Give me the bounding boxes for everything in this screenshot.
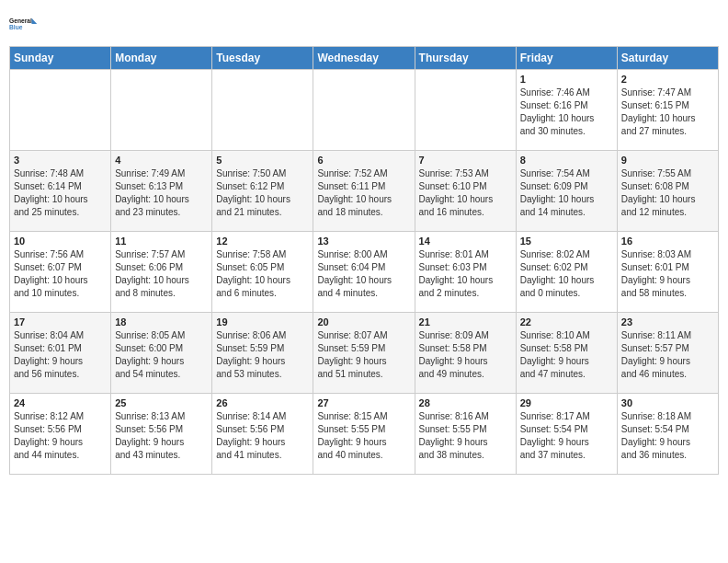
day-number: 17 <box>14 316 107 327</box>
calendar-cell: 17Sunrise: 8:04 AM Sunset: 6:01 PM Dayli… <box>10 313 111 394</box>
day-number: 9 <box>621 155 714 166</box>
calendar-cell: 22Sunrise: 8:10 AM Sunset: 5:58 PM Dayli… <box>516 313 617 394</box>
day-number: 13 <box>317 236 410 247</box>
day-info: Sunrise: 8:07 AM Sunset: 5:59 PM Dayligh… <box>317 329 410 381</box>
day-info: Sunrise: 8:03 AM Sunset: 6:01 PM Dayligh… <box>621 248 714 300</box>
calendar-cell <box>313 70 415 151</box>
day-number: 27 <box>317 397 410 408</box>
calendar-cell: 23Sunrise: 8:11 AM Sunset: 5:57 PM Dayli… <box>617 313 718 394</box>
day-number: 28 <box>419 397 512 408</box>
calendar-cell: 12Sunrise: 7:58 AM Sunset: 6:05 PM Dayli… <box>212 232 313 313</box>
calendar-week-0: 1Sunrise: 7:46 AM Sunset: 6:16 PM Daylig… <box>10 70 719 151</box>
day-number: 23 <box>621 316 714 327</box>
calendar-cell: 9Sunrise: 7:55 AM Sunset: 6:08 PM Daylig… <box>617 151 718 232</box>
page-header: GeneralBlue <box>9 9 719 39</box>
day-number: 6 <box>317 155 410 166</box>
day-info: Sunrise: 8:04 AM Sunset: 6:01 PM Dayligh… <box>14 329 107 381</box>
logo-icon: GeneralBlue <box>9 9 39 39</box>
weekday-header-tuesday: Tuesday <box>212 47 313 70</box>
calendar-cell <box>415 70 516 151</box>
day-number: 18 <box>115 316 208 327</box>
day-number: 11 <box>115 236 208 247</box>
day-number: 3 <box>14 155 107 166</box>
day-info: Sunrise: 8:12 AM Sunset: 5:56 PM Dayligh… <box>14 410 107 462</box>
weekday-header-sunday: Sunday <box>10 47 111 70</box>
weekday-header-saturday: Saturday <box>617 47 718 70</box>
day-number: 24 <box>14 397 107 408</box>
day-info: Sunrise: 8:18 AM Sunset: 5:54 PM Dayligh… <box>621 410 714 462</box>
day-number: 12 <box>216 236 309 247</box>
calendar-cell: 10Sunrise: 7:56 AM Sunset: 6:07 PM Dayli… <box>10 232 111 313</box>
calendar-cell: 24Sunrise: 8:12 AM Sunset: 5:56 PM Dayli… <box>10 394 111 475</box>
day-info: Sunrise: 7:48 AM Sunset: 6:14 PM Dayligh… <box>14 167 107 219</box>
day-info: Sunrise: 8:09 AM Sunset: 5:58 PM Dayligh… <box>419 329 512 381</box>
day-info: Sunrise: 8:16 AM Sunset: 5:55 PM Dayligh… <box>419 410 512 462</box>
calendar-cell: 26Sunrise: 8:14 AM Sunset: 5:56 PM Dayli… <box>212 394 313 475</box>
calendar-cell: 5Sunrise: 7:50 AM Sunset: 6:12 PM Daylig… <box>212 151 313 232</box>
day-info: Sunrise: 7:58 AM Sunset: 6:05 PM Dayligh… <box>216 248 309 300</box>
day-number: 7 <box>419 155 512 166</box>
calendar-cell: 16Sunrise: 8:03 AM Sunset: 6:01 PM Dayli… <box>617 232 718 313</box>
calendar-cell: 4Sunrise: 7:49 AM Sunset: 6:13 PM Daylig… <box>111 151 212 232</box>
svg-text:Blue: Blue <box>9 24 23 30</box>
calendar-cell: 27Sunrise: 8:15 AM Sunset: 5:55 PM Dayli… <box>313 394 415 475</box>
day-number: 4 <box>115 155 208 166</box>
day-info: Sunrise: 7:52 AM Sunset: 6:11 PM Dayligh… <box>317 167 410 219</box>
day-number: 20 <box>317 316 410 327</box>
calendar-header: SundayMondayTuesdayWednesdayThursdayFrid… <box>10 47 719 70</box>
day-number: 30 <box>621 397 714 408</box>
svg-text:General: General <box>9 17 32 24</box>
calendar-cell: 8Sunrise: 7:54 AM Sunset: 6:09 PM Daylig… <box>516 151 617 232</box>
day-info: Sunrise: 8:00 AM Sunset: 6:04 PM Dayligh… <box>317 248 410 300</box>
calendar-week-4: 24Sunrise: 8:12 AM Sunset: 5:56 PM Dayli… <box>10 394 719 475</box>
calendar-body: 1Sunrise: 7:46 AM Sunset: 6:16 PM Daylig… <box>10 70 719 475</box>
day-info: Sunrise: 8:02 AM Sunset: 6:02 PM Dayligh… <box>520 248 613 300</box>
day-info: Sunrise: 8:06 AM Sunset: 5:59 PM Dayligh… <box>216 329 309 381</box>
weekday-header-wednesday: Wednesday <box>313 47 415 70</box>
day-number: 1 <box>520 74 613 85</box>
calendar-cell: 11Sunrise: 7:57 AM Sunset: 6:06 PM Dayli… <box>111 232 212 313</box>
day-info: Sunrise: 7:49 AM Sunset: 6:13 PM Dayligh… <box>115 167 208 219</box>
day-number: 21 <box>419 316 512 327</box>
calendar-cell: 14Sunrise: 8:01 AM Sunset: 6:03 PM Dayli… <box>415 232 516 313</box>
calendar-cell <box>111 70 212 151</box>
day-number: 22 <box>520 316 613 327</box>
calendar-week-2: 10Sunrise: 7:56 AM Sunset: 6:07 PM Dayli… <box>10 232 719 313</box>
day-info: Sunrise: 7:55 AM Sunset: 6:08 PM Dayligh… <box>621 167 714 219</box>
day-info: Sunrise: 8:15 AM Sunset: 5:55 PM Dayligh… <box>317 410 410 462</box>
day-number: 10 <box>14 236 107 247</box>
day-number: 5 <box>216 155 309 166</box>
calendar-cell: 29Sunrise: 8:17 AM Sunset: 5:54 PM Dayli… <box>516 394 617 475</box>
calendar-cell: 21Sunrise: 8:09 AM Sunset: 5:58 PM Dayli… <box>415 313 516 394</box>
day-number: 15 <box>520 236 613 247</box>
day-number: 29 <box>520 397 613 408</box>
calendar-cell: 18Sunrise: 8:05 AM Sunset: 6:00 PM Dayli… <box>111 313 212 394</box>
day-number: 16 <box>621 236 714 247</box>
calendar-cell: 2Sunrise: 7:47 AM Sunset: 6:15 PM Daylig… <box>617 70 718 151</box>
day-info: Sunrise: 8:17 AM Sunset: 5:54 PM Dayligh… <box>520 410 613 462</box>
day-info: Sunrise: 7:50 AM Sunset: 6:12 PM Dayligh… <box>216 167 309 219</box>
day-info: Sunrise: 7:56 AM Sunset: 6:07 PM Dayligh… <box>14 248 107 300</box>
calendar-week-3: 17Sunrise: 8:04 AM Sunset: 6:01 PM Dayli… <box>10 313 719 394</box>
day-number: 8 <box>520 155 613 166</box>
day-info: Sunrise: 8:11 AM Sunset: 5:57 PM Dayligh… <box>621 329 714 381</box>
calendar-cell: 19Sunrise: 8:06 AM Sunset: 5:59 PM Dayli… <box>212 313 313 394</box>
calendar-cell: 25Sunrise: 8:13 AM Sunset: 5:56 PM Dayli… <box>111 394 212 475</box>
weekday-header-friday: Friday <box>516 47 617 70</box>
day-number: 19 <box>216 316 309 327</box>
calendar-cell: 3Sunrise: 7:48 AM Sunset: 6:14 PM Daylig… <box>10 151 111 232</box>
calendar-week-1: 3Sunrise: 7:48 AM Sunset: 6:14 PM Daylig… <box>10 151 719 232</box>
day-info: Sunrise: 7:54 AM Sunset: 6:09 PM Dayligh… <box>520 167 613 219</box>
day-info: Sunrise: 7:53 AM Sunset: 6:10 PM Dayligh… <box>419 167 512 219</box>
day-info: Sunrise: 8:14 AM Sunset: 5:56 PM Dayligh… <box>216 410 309 462</box>
day-info: Sunrise: 7:47 AM Sunset: 6:15 PM Dayligh… <box>621 86 714 138</box>
svg-marker-2 <box>31 18 37 24</box>
calendar-cell <box>10 70 111 151</box>
logo: GeneralBlue <box>9 9 39 39</box>
calendar-cell: 13Sunrise: 8:00 AM Sunset: 6:04 PM Dayli… <box>313 232 415 313</box>
calendar-cell: 20Sunrise: 8:07 AM Sunset: 5:59 PM Dayli… <box>313 313 415 394</box>
calendar-table: SundayMondayTuesdayWednesdayThursdayFrid… <box>9 46 719 475</box>
day-info: Sunrise: 8:01 AM Sunset: 6:03 PM Dayligh… <box>419 248 512 300</box>
calendar-cell: 7Sunrise: 7:53 AM Sunset: 6:10 PM Daylig… <box>415 151 516 232</box>
day-info: Sunrise: 8:05 AM Sunset: 6:00 PM Dayligh… <box>115 329 208 381</box>
